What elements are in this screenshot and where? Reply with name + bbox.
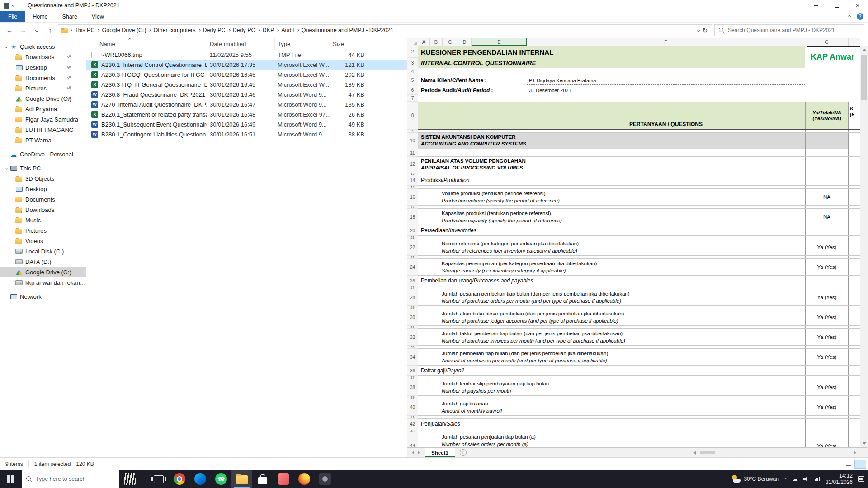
taskbar-app-dark-app[interactable] — [315, 470, 335, 488]
taskbar-app-edge[interactable] — [190, 470, 211, 488]
row-number[interactable]: 27 — [407, 286, 418, 289]
row-number[interactable]: 44 — [407, 432, 418, 447]
help-icon[interactable]: ? — [857, 13, 863, 20]
answer-cell[interactable] — [805, 256, 849, 258]
menu-tab-file[interactable]: File — [0, 11, 25, 22]
file-row-a230-3-itq-it-general-questionnaire-dk[interactable]: XA230.3-ITQ_IT General Questionnaire_DK.… — [86, 80, 407, 89]
spreadsheet-grid[interactable]: 2KUESIONER PENGENDALIAN INTERNAL3INTERNA… — [407, 46, 860, 447]
row-number[interactable]: 8 — [407, 102, 418, 130]
row-number[interactable]: 33 — [407, 346, 418, 349]
row-number[interactable]: 12 — [407, 157, 418, 172]
taskbar-app-microsoft-store[interactable] — [252, 470, 273, 488]
row-number[interactable]: 36 — [407, 366, 418, 376]
answer-cell[interactable] — [805, 172, 849, 175]
taskbar-search[interactable] — [22, 470, 119, 488]
qat-chevron-down-icon[interactable] — [12, 4, 14, 7]
column-letter-D[interactable]: D — [458, 38, 472, 46]
file-row-a230-8-fraud-questionnaire-dkp2021[interactable]: WA230.8_Fraud Questionnaire_DKP202130/01… — [86, 89, 407, 99]
file-row-b220-1-statement-of-related-party-transac[interactable]: XB220.1_Statement of related party trans… — [86, 109, 407, 119]
answer-cell[interactable] — [805, 416, 849, 418]
row-number[interactable]: 24 — [407, 259, 418, 276]
recent-locations-chevron-icon[interactable] — [31, 24, 42, 36]
sidebar-item-pictures[interactable]: Pictures — [0, 225, 86, 236]
row-number[interactable]: 38 — [407, 379, 418, 396]
row-number[interactable]: 37 — [407, 376, 418, 379]
answer-cell[interactable] — [805, 376, 849, 379]
row-number[interactable]: 31 — [407, 326, 418, 329]
breadcrumb-item-dkp[interactable]: DKP — [261, 27, 276, 33]
sidebar-item-videos[interactable]: Videos — [0, 236, 86, 246]
row-number[interactable]: 22 — [407, 239, 418, 256]
sidebar-item-pictures[interactable]: Pictures — [0, 83, 86, 94]
horizontal-scroll-thumb[interactable] — [700, 451, 715, 454]
taskbar-app-task-view[interactable] — [148, 470, 169, 488]
answer-cell[interactable] — [805, 186, 849, 188]
file-row-b230-1-subsequent-event-questionnaire[interactable]: WB230.1_Subsequent Event Questionnaire_.… — [86, 119, 407, 129]
sidebar-item-downloads[interactable]: ↓Downloads — [0, 205, 86, 215]
preview-horizontal-scrollbar[interactable] — [693, 449, 856, 456]
row-number[interactable]: 2 — [407, 46, 418, 58]
column-header-name[interactable]: Name — [86, 38, 207, 50]
onedrive-tray-icon[interactable]: ☁ — [792, 476, 798, 483]
taskbar-app-file-explorer[interactable] — [231, 470, 252, 488]
taskbar-app-photos[interactable] — [273, 470, 294, 488]
sidebar-item-3d-objects[interactable]: 3D Objects — [0, 174, 86, 184]
sheet-prev-icon[interactable] — [412, 451, 414, 455]
sidebar-item-music[interactable]: Music — [0, 215, 86, 225]
menu-tab-home[interactable]: Home — [25, 11, 55, 22]
add-sheet-button[interactable]: + — [460, 449, 467, 456]
volume-icon[interactable] — [803, 477, 809, 482]
hscroll-left-icon[interactable] — [693, 451, 696, 455]
column-letter-B[interactable]: B — [430, 38, 443, 46]
sidebar-item-local-disk-c[interactable]: Local Disk (C:) — [0, 246, 86, 257]
sheet-tab[interactable]: Sheet1 — [425, 448, 455, 457]
sidebar-item-documents[interactable]: Documents — [0, 73, 86, 83]
sidebar-item-data-d[interactable]: DATA (D:) — [0, 257, 86, 267]
taskbar-app-firefox[interactable] — [294, 470, 315, 488]
column-letter-A[interactable]: A — [418, 38, 430, 46]
file-row-a230-3-itgcq-questionnaire-for-itgc-dk[interactable]: XA230.3-ITGCQ_Questionnaire for ITGC_DK.… — [86, 70, 407, 80]
search-input[interactable] — [728, 27, 860, 33]
menu-tab-share[interactable]: Share — [55, 11, 85, 22]
answer-cell[interactable] — [805, 175, 849, 185]
breadcrumb-item-this-pc[interactable]: This PC — [73, 27, 96, 33]
column-letter-F[interactable]: F — [527, 38, 805, 46]
taskbar-app-chrome[interactable] — [169, 470, 190, 488]
answer-cell[interactable]: Ya (Yes) — [805, 399, 849, 415]
sidebar-item-google-drive-g[interactable]: Google Drive (G:) — [0, 267, 86, 277]
column-header-type[interactable]: Type — [275, 38, 330, 50]
breadcrumb-item-google-drive-g[interactable]: Google Drive (G:) — [100, 27, 148, 33]
close-button[interactable]: × — [847, 0, 868, 11]
hidden-icons-chevron[interactable] — [784, 477, 787, 480]
row-number[interactable]: 16 — [407, 189, 418, 206]
column-letter-G[interactable]: G — [805, 38, 849, 46]
address-box[interactable]: This PCGoogle Drive (G:)Other computersD… — [58, 24, 712, 36]
row-number[interactable]: 23 — [407, 256, 418, 259]
sidebar-item-figar-jaya-samudra[interactable]: Figar Jaya Samudra — [0, 114, 86, 125]
weather-widget[interactable]: 30°C Berawan — [731, 475, 779, 483]
sidebar-item-google-drive-g[interactable]: Google Drive (G:) — [0, 94, 86, 104]
answer-cell[interactable] — [805, 366, 849, 375]
answer-cell[interactable] — [805, 276, 849, 286]
row-number[interactable]: 34 — [407, 349, 418, 366]
row-number[interactable]: 17 — [407, 206, 418, 209]
answer-cell[interactable] — [805, 396, 849, 399]
answer-cell[interactable] — [805, 429, 849, 432]
sidebar-section-this-pc[interactable]: This PC — [0, 163, 86, 174]
field-value[interactable]: PT Digdaya Kencana Pratama — [527, 76, 805, 85]
breadcrumb-item-questionnaire-and-pmpj-dkp2021[interactable]: Questionnaire and PMPJ - DKP2021 — [300, 27, 396, 33]
row-number[interactable]: 7 — [407, 95, 418, 102]
up-button[interactable]: ↑ — [44, 24, 56, 36]
action-center-icon[interactable] — [858, 476, 864, 482]
column-letter-E[interactable]: E — [472, 38, 527, 46]
answer-cell[interactable]: Ya (Yes) — [805, 432, 849, 447]
answer-cell[interactable]: Ya (Yes) — [805, 239, 849, 255]
minimize-button[interactable] — [806, 0, 826, 11]
select-all-corner[interactable] — [407, 38, 418, 46]
sidebar-item-pt-warna[interactable]: PT Warna — [0, 135, 86, 145]
row-number[interactable]: 18 — [407, 209, 418, 225]
back-button[interactable]: ← — [4, 24, 15, 36]
maximize-button[interactable] — [826, 0, 847, 11]
answer-cell[interactable] — [805, 419, 849, 429]
expand-chevron-icon[interactable] — [5, 167, 8, 170]
